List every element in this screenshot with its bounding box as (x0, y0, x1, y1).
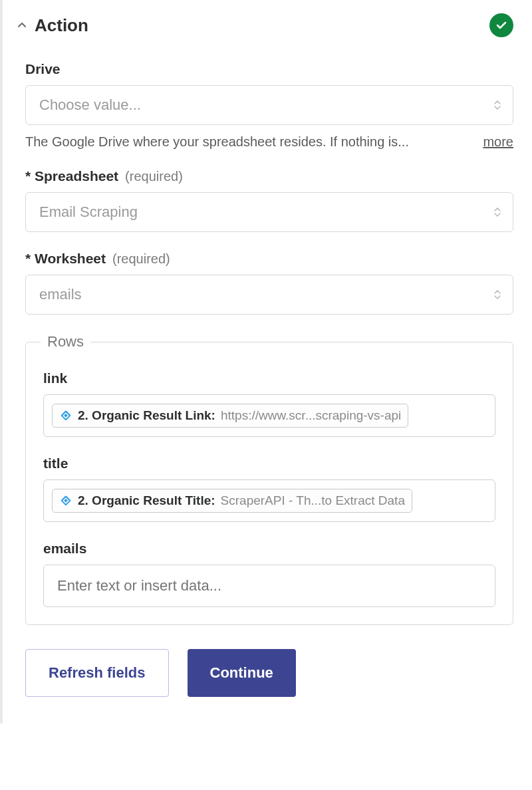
section-header: Action (13, 13, 513, 37)
worksheet-label-row: * Worksheet (required) (25, 251, 513, 267)
asterisk: * Worksheet (25, 251, 106, 267)
rows-legend: Rows (41, 333, 90, 350)
select-caret-icon (493, 206, 502, 218)
asterisk: * Spreadsheet (25, 168, 118, 184)
link-input[interactable]: 2. Organic Result Link: https://www.scr.… (43, 394, 495, 437)
field-worksheet: * Worksheet (required) emails (25, 251, 513, 315)
scraperapi-icon (59, 494, 72, 507)
spreadsheet-select[interactable]: Email Scraping (25, 192, 513, 232)
section-header-left[interactable]: Action (16, 15, 88, 36)
title-pill[interactable]: 2. Organic Result Title: ScraperAPI - Th… (52, 489, 412, 513)
rows-fieldset: Rows link 2. Organic Result Link: https:… (25, 333, 513, 625)
field-drive: Drive Choose value... The Google Drive w… (25, 61, 513, 150)
refresh-fields-button[interactable]: Refresh fields (25, 649, 169, 697)
worksheet-value: emails (39, 286, 82, 303)
row-field-link: link 2. Organic Result Link: https://www… (43, 370, 495, 437)
button-row: Refresh fields Continue (25, 649, 513, 697)
emails-label: emails (43, 541, 495, 557)
drive-helper-text: The Google Drive where your spreadsheet … (25, 134, 409, 150)
select-caret-icon (493, 99, 502, 111)
link-pill[interactable]: 2. Organic Result Link: https://www.scr.… (52, 404, 408, 428)
scraperapi-icon (59, 409, 72, 422)
spreadsheet-value: Email Scraping (39, 203, 138, 221)
title-label: title (43, 456, 495, 471)
row-field-emails: emails (43, 541, 495, 607)
chevron-up-icon (16, 19, 28, 31)
emails-input[interactable] (57, 577, 481, 594)
worksheet-select[interactable]: emails (25, 275, 513, 315)
drive-helper-row: The Google Drive where your spreadsheet … (25, 134, 513, 150)
field-spreadsheet: * Spreadsheet (required) Email Scraping (25, 168, 513, 232)
check-badge-icon (489, 13, 513, 37)
drive-placeholder: Choose value... (39, 96, 141, 114)
title-pill-value: ScraperAPI - Th...to Extract Data (221, 493, 405, 508)
spreadsheet-label-row: * Spreadsheet (required) (25, 168, 513, 184)
select-caret-icon (493, 289, 502, 301)
link-pill-value: https://www.scr...scraping-vs-api (221, 408, 401, 423)
title-pill-label: 2. Organic Result Title: (78, 493, 215, 508)
row-field-title: title 2. Organic Result Title: ScraperAP… (43, 456, 495, 522)
continue-button[interactable]: Continue (188, 649, 296, 697)
drive-label: Drive (25, 61, 513, 77)
emails-input-box[interactable] (43, 565, 495, 607)
drive-select[interactable]: Choose value... (25, 85, 513, 125)
required-tag: (required) (125, 169, 183, 184)
section-title: Action (35, 15, 88, 36)
link-pill-label: 2. Organic Result Link: (78, 408, 215, 423)
title-input[interactable]: 2. Organic Result Title: ScraperAPI - Th… (43, 479, 495, 522)
required-tag: (required) (112, 251, 170, 267)
more-link[interactable]: more (483, 134, 513, 150)
link-label: link (43, 370, 495, 386)
form-body: Drive Choose value... The Google Drive w… (13, 61, 513, 697)
